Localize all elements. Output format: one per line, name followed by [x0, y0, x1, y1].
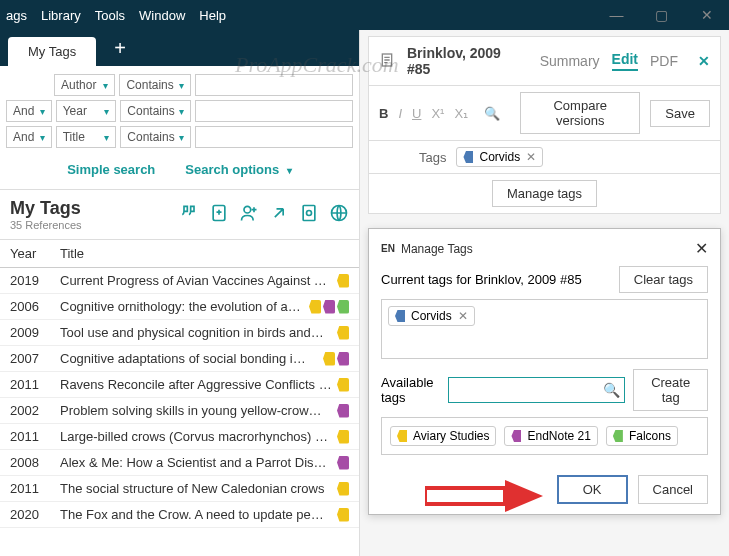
- clear-tags-button[interactable]: Clear tags: [619, 266, 708, 293]
- search-op-3[interactable]: And▾: [6, 126, 52, 148]
- current-tags-label: Current tags for Brinklov, 2009 #85: [381, 272, 582, 287]
- annotation-arrow: [425, 476, 545, 516]
- reference-list: 2019Current Progress of Avian Vaccines A…: [0, 268, 359, 528]
- cite-icon[interactable]: [179, 203, 199, 227]
- search-field-3[interactable]: Title▾: [56, 126, 117, 148]
- available-tags-label: Available tags: [381, 375, 440, 405]
- svg-rect-6: [425, 488, 505, 504]
- ref-title: Tool use and physical cognition in birds…: [60, 325, 337, 340]
- italic-button[interactable]: I: [398, 106, 402, 121]
- search-rel-3[interactable]: Contains▾: [120, 126, 191, 148]
- search-field-2[interactable]: Year▾: [56, 100, 117, 122]
- share-icon[interactable]: [269, 203, 289, 227]
- minimize-button[interactable]: —: [594, 0, 639, 30]
- endnote-brand: EN: [381, 243, 395, 254]
- underline-button[interactable]: U: [412, 106, 421, 121]
- search-options-link[interactable]: Search options ▾: [185, 162, 292, 177]
- table-row[interactable]: 2002Problem solving skills in young yell…: [0, 398, 359, 424]
- table-row[interactable]: 2011The social structure of New Caledoni…: [0, 476, 359, 502]
- close-button[interactable]: ✕: [684, 0, 729, 30]
- menu-library[interactable]: Library: [41, 8, 81, 23]
- ref-year: 2009: [10, 325, 60, 340]
- ref-title: Large-billed crows (Corvus macrorhynchos…: [60, 429, 337, 444]
- table-row[interactable]: 2011Ravens Reconcile after Aggressive Co…: [0, 372, 359, 398]
- tag-chip-corvids[interactable]: Corvids ✕: [456, 147, 543, 167]
- tag-search-input[interactable]: 🔍: [448, 377, 625, 403]
- ref-title: Current Progress of Avian Vaccines Again…: [60, 273, 337, 288]
- menu-help[interactable]: Help: [199, 8, 226, 23]
- svg-point-1: [244, 206, 251, 213]
- dialog-close-icon[interactable]: ✕: [695, 239, 708, 258]
- ref-tag-icons: [337, 482, 349, 496]
- available-tag[interactable]: Aviary Studies: [390, 426, 496, 446]
- available-tag[interactable]: Falcons: [606, 426, 678, 446]
- ref-year: 2020: [10, 507, 60, 522]
- cancel-button[interactable]: Cancel: [638, 475, 708, 504]
- tab-summary[interactable]: Summary: [540, 53, 600, 69]
- ref-title: Cognitive ornithology: the evolution of …: [60, 299, 309, 314]
- ref-year: 2019: [10, 273, 60, 288]
- ref-year: 2007: [10, 351, 60, 366]
- close-panel-icon[interactable]: ✕: [698, 53, 710, 69]
- table-row[interactable]: 2008Alex & Me: How a Scientist and a Par…: [0, 450, 359, 476]
- add-person-icon[interactable]: [239, 203, 259, 227]
- reference-header: Brinklov, 2009 #85 Summary Edit PDF ✕: [368, 36, 721, 86]
- ok-button[interactable]: OK: [557, 475, 628, 504]
- tag-color-icon: [395, 310, 405, 322]
- search-rel-2[interactable]: Contains▾: [120, 100, 191, 122]
- menu-tags[interactable]: ags: [6, 8, 27, 23]
- ref-tag-icons: [337, 508, 349, 522]
- remove-tag-icon[interactable]: ✕: [458, 309, 468, 323]
- search-value-2[interactable]: [195, 100, 353, 122]
- search-op-2[interactable]: And▾: [6, 100, 52, 122]
- format-toolbar: B I U X¹ X₁ 🔍 Compare versions Save: [368, 86, 721, 141]
- svg-point-3: [307, 210, 312, 215]
- current-tag-corvids[interactable]: Corvids ✕: [388, 306, 475, 326]
- ref-year: 2011: [10, 429, 60, 444]
- simple-search-link[interactable]: Simple search: [67, 162, 155, 177]
- remove-tag-icon[interactable]: ✕: [526, 150, 536, 164]
- subscript-button[interactable]: X₁: [454, 106, 468, 121]
- save-button[interactable]: Save: [650, 100, 710, 127]
- menu-window[interactable]: Window: [139, 8, 185, 23]
- reference-label: Brinklov, 2009 #85: [407, 45, 528, 77]
- available-tags-list: Aviary StudiesEndNote 21Falcons: [381, 417, 708, 455]
- table-row[interactable]: 2019Current Progress of Avian Vaccines A…: [0, 268, 359, 294]
- table-row[interactable]: 2011Large-billed crows (Corvus macrorhyn…: [0, 424, 359, 450]
- manage-tags-button[interactable]: Manage tags: [492, 180, 597, 207]
- add-ref-icon[interactable]: [209, 203, 229, 227]
- web-icon[interactable]: [329, 203, 349, 227]
- group-header: My Tags 35 References: [0, 190, 359, 240]
- search-rel-1[interactable]: Contains▾: [119, 74, 191, 96]
- superscript-button[interactable]: X¹: [431, 106, 444, 121]
- table-row[interactable]: 2009Tool use and physical cognition in b…: [0, 320, 359, 346]
- available-tag[interactable]: EndNote 21: [504, 426, 597, 446]
- table-header: Year Title: [0, 240, 359, 268]
- search-value-3[interactable]: [195, 126, 353, 148]
- add-tab-button[interactable]: +: [102, 37, 138, 66]
- export-icon[interactable]: [299, 203, 319, 227]
- bold-button[interactable]: B: [379, 106, 388, 121]
- ref-year: 2002: [10, 403, 60, 418]
- table-row[interactable]: 2006Cognitive ornithology: the evolution…: [0, 294, 359, 320]
- table-row[interactable]: 2020The Fox and the Crow. A need to upda…: [0, 502, 359, 528]
- search-value-1[interactable]: [195, 74, 353, 96]
- ref-title: Problem solving skills in young yellow-c…: [60, 403, 337, 418]
- col-title[interactable]: Title: [60, 246, 84, 261]
- table-row[interactable]: 2007Cognitive adaptations of social bond…: [0, 346, 359, 372]
- tab-mytags[interactable]: My Tags: [8, 37, 96, 66]
- group-count: 35 References: [10, 219, 82, 231]
- ref-title: The Fox and the Crow. A need to update p…: [60, 507, 337, 522]
- search-icon[interactable]: 🔍: [484, 106, 500, 121]
- compare-versions-button[interactable]: Compare versions: [520, 92, 640, 134]
- col-year[interactable]: Year: [10, 246, 60, 261]
- create-tag-button[interactable]: Create tag: [633, 369, 708, 411]
- tab-pdf[interactable]: PDF: [650, 53, 678, 69]
- group-title: My Tags: [10, 198, 82, 219]
- document-icon: [379, 52, 395, 70]
- search-field-1[interactable]: Author▾: [54, 74, 115, 96]
- tab-edit[interactable]: Edit: [612, 51, 638, 71]
- ref-year: 2011: [10, 481, 60, 496]
- menu-tools[interactable]: Tools: [95, 8, 125, 23]
- maximize-button[interactable]: ▢: [639, 0, 684, 30]
